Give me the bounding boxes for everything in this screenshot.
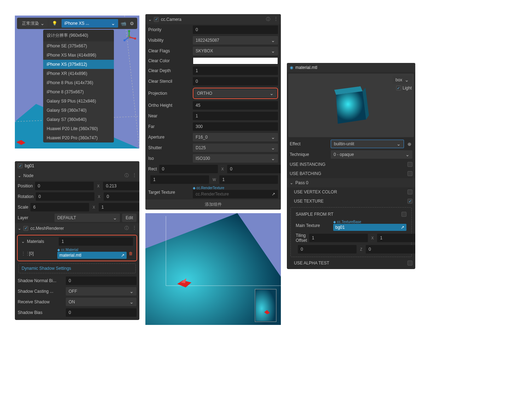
help-icon[interactable]: ⓘ — [125, 225, 129, 231]
rotation-y-input[interactable] — [104, 192, 139, 201]
camera-icon[interactable]: 📹 — [120, 21, 127, 26]
material-preview-cube — [324, 81, 377, 134]
svg-point-9 — [134, 37, 136, 40]
svg-point-7 — [128, 30, 130, 32]
scale-x-input[interactable] — [30, 203, 89, 211]
camera-orthoheight-input[interactable] — [193, 101, 278, 110]
kebab-icon[interactable]: ⋮ — [132, 225, 137, 231]
trash-icon[interactable]: 🗑 — [129, 251, 133, 256]
help-icon[interactable]: ⓘ — [125, 173, 129, 179]
device-select[interactable]: iPhone XS ... — [62, 19, 118, 28]
preview-light-checkbox[interactable] — [396, 86, 401, 91]
main-texture-slot[interactable]: bg01 ↗ — [333, 224, 406, 231]
camera-iso-select[interactable]: ISO100 — [193, 154, 278, 163]
meshrenderer-checkbox[interactable] — [23, 226, 28, 231]
rect-y-input[interactable] — [227, 165, 281, 173]
device-list-item[interactable]: Galaxy S9 Plus (412x846) — [43, 97, 114, 106]
camera-enabled-checkbox[interactable] — [154, 17, 159, 22]
chevron-down-icon[interactable]: ⌄ — [18, 226, 21, 231]
node-enabled-checkbox[interactable] — [18, 163, 23, 168]
svg-marker-20 — [336, 91, 366, 124]
rect-x-input[interactable] — [159, 165, 218, 173]
position-y-input[interactable] — [103, 182, 139, 190]
effect-select[interactable]: builtin-unlit — [331, 140, 404, 148]
chevron-down-icon[interactable]: ⌄ — [290, 180, 293, 185]
device-list-item[interactable]: iPhone 8 Plus (414x736) — [43, 78, 114, 87]
layer-select[interactable]: DEFAULT — [54, 214, 120, 222]
game-preview — [145, 213, 281, 325]
camera-clearcolor-swatch[interactable] — [193, 57, 278, 64]
technique-select[interactable]: 0 - opaque — [331, 150, 412, 159]
chevron-down-icon[interactable]: ⌄ — [21, 239, 25, 244]
camera-aperture-select[interactable]: F16_0 — [193, 133, 278, 141]
use-vertex-color-checkbox[interactable] — [407, 190, 412, 194]
kebab-icon[interactable]: ⋮ — [132, 173, 137, 179]
axis-gizmo-icon — [122, 30, 137, 45]
chevron-down-icon[interactable]: ⌄ — [18, 173, 21, 178]
add-component-button[interactable]: 添加组件 — [145, 199, 281, 210]
gear-icon[interactable]: ⚙ — [129, 21, 135, 26]
device-list-header: 设计分辨率 (960x640) — [43, 30, 114, 41]
use-alpha-test-checkbox[interactable] — [407, 261, 412, 266]
camera-cleardepth-input[interactable] — [193, 66, 278, 75]
camera-far-input[interactable] — [193, 122, 278, 131]
camera-near-input[interactable] — [193, 112, 278, 120]
scale-y-input[interactable] — [99, 203, 139, 211]
device-list-item[interactable]: Huawei P20 Pro (360x747) — [43, 133, 114, 142]
chevron-down-icon[interactable]: ⌄ — [148, 17, 152, 22]
render-mode-select[interactable]: 正常渲染 — [19, 19, 47, 28]
device-list-item[interactable]: iPhone 8 (375x667) — [43, 87, 114, 97]
tiling-w-input[interactable] — [366, 245, 415, 253]
position-x-input[interactable] — [35, 182, 94, 190]
target-icon[interactable]: ⊕ — [406, 141, 412, 147]
use-instancing-checkbox[interactable] — [407, 162, 412, 167]
link-icon[interactable]: ↗ — [401, 225, 404, 230]
shadow-normal-input[interactable] — [66, 276, 137, 285]
rect-w-input[interactable] — [150, 175, 209, 184]
dynamic-shadow-header: Dynamic Shadow Settings — [18, 263, 136, 273]
device-list-item[interactable]: iPhone XS (375x812) — [43, 60, 114, 69]
materials-count-input[interactable] — [59, 237, 133, 246]
use-batching-checkbox[interactable] — [407, 171, 412, 176]
camera-clearflags-select[interactable]: SKYBOX — [193, 47, 278, 55]
layer-edit-button[interactable]: Edit — [122, 214, 137, 222]
material-icon: ◉ — [290, 65, 293, 70]
material-slot[interactable]: material.mtl ↗ — [57, 252, 127, 259]
camera-visibility-select[interactable]: 1822425087 — [193, 36, 278, 45]
device-list-item[interactable]: iPhone XR (414x896) — [43, 69, 114, 78]
bulb-button[interactable]: 💡 — [50, 19, 59, 28]
device-list-item[interactable]: Galaxy S7 (360x640) — [43, 115, 114, 124]
shadow-casting-select[interactable]: OFF — [66, 287, 137, 296]
node-name-label: bg01 — [25, 163, 137, 168]
device-list-item[interactable]: iPhone SE (375x667) — [43, 41, 114, 51]
device-list-item[interactable]: Huawei P20 Lite (360x760) — [43, 124, 114, 133]
shadow-bias-input[interactable] — [66, 308, 137, 317]
use-texture-checkbox[interactable] — [407, 199, 412, 204]
bulb-icon: 💡 — [52, 21, 57, 26]
tiling-z-input[interactable] — [298, 245, 357, 253]
link-icon[interactable]: ↗ — [272, 192, 275, 197]
tiling-y-input[interactable] — [377, 234, 415, 242]
preview-shape-select[interactable]: box — [393, 76, 412, 84]
target-texture-slot[interactable]: cc.RenderTexture ↗ — [193, 190, 278, 198]
drag-handle-icon[interactable]: ⋮⋮ — [21, 251, 27, 256]
rotation-x-input[interactable] — [36, 192, 94, 201]
camera-clearstencil-input[interactable] — [193, 77, 278, 86]
sample-rt-checkbox[interactable] — [401, 212, 406, 217]
link-icon[interactable]: ↗ — [121, 253, 125, 258]
tiling-x-input[interactable] — [309, 234, 368, 242]
device-list-item[interactable]: Galaxy S9 (360x740) — [43, 106, 114, 115]
camera-priority-input[interactable] — [193, 25, 278, 34]
svg-rect-18 — [256, 290, 276, 321]
camera-shutter-select[interactable]: D125 — [193, 144, 278, 152]
rect-h-input[interactable] — [219, 175, 278, 184]
camera-projection-select[interactable]: ORTHO — [194, 89, 277, 98]
help-icon[interactable]: ⓘ — [266, 16, 270, 22]
kebab-icon[interactable]: ⋮ — [274, 16, 278, 22]
device-list-item[interactable]: iPhone XS Max (414x896) — [43, 51, 114, 60]
receive-shadow-select[interactable]: ON — [66, 298, 137, 306]
svg-point-11 — [123, 39, 126, 41]
